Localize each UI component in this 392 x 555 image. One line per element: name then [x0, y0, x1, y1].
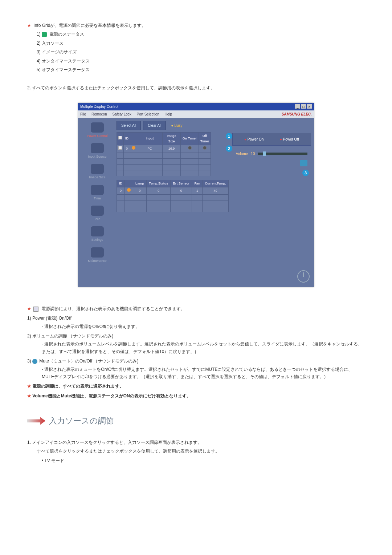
table-row-area: ID Input Image Size On Timer Off Timer 0… [117, 132, 229, 212]
maximize-icon[interactable]: □ [301, 104, 306, 109]
col2-fan: Fan [192, 180, 203, 187]
sidebar-item-power-control[interactable]: Power Control [81, 121, 114, 140]
item-3-title: Mute（ミュート）のOn/Off （サウンドモデルのみ) [39, 358, 138, 364]
star-icon: ★ [27, 384, 31, 389]
callout-1: 1 [226, 133, 232, 139]
note-2: ★ Volume機能とMute機能は、電源ステータスがONの表示にだけ有効となり… [27, 392, 365, 400]
menu-remocon[interactable]: Remocon [91, 112, 107, 116]
info-grid-intro: ★ Info Gridが、電源の調節に必要な基本情報を表示します。 [27, 22, 365, 29]
sidebar-label: Time [81, 196, 114, 201]
cell2-fan: 1 [192, 187, 203, 194]
sec2-step1-line2: すべて選択をクリックするまたはチェックボックスを使用して、調節用の表示を選択しま… [27, 447, 365, 455]
callout-2: 2 [226, 145, 232, 152]
item-3-body: - 選択された表示のミュートをOn/Offに切り替えます。選択されたセットが、す… [27, 366, 365, 381]
star-icon: ★ [27, 305, 32, 312]
item-1-title: Power (電源) On/Off [32, 316, 72, 321]
after-img-note: ★ 電源調節により、選択された表示のある機能を調節することができます。 [27, 305, 365, 312]
intro-item-3: 3) イメージのサイズ [27, 48, 365, 56]
checkbox-icon [33, 307, 38, 312]
step-2-text: すべてのボタンを選択するまたはチェックボックスを使用して、調節用の表示を選択しま… [32, 85, 215, 90]
status-on-icon [132, 146, 135, 150]
intro-item-5: 5) オフタイマーステータス [27, 66, 365, 73]
intro-item-label: イメージのサイズ [42, 49, 77, 54]
section-input-source: 入力ソースの調節 [27, 414, 365, 428]
col-on-timer: On Timer [181, 132, 199, 145]
power-icon[interactable] [297, 270, 310, 283]
speaker-icon [32, 359, 37, 364]
power-on-button[interactable]: Power On [244, 136, 264, 142]
minimize-icon[interactable]: _ [295, 104, 300, 109]
item-2: 2) ボリュームの調節 （サウンドモデルのみ) [27, 332, 365, 340]
col2-temp: Temp.Status [147, 180, 171, 187]
sidebar-item-maintenance[interactable]: Maintenance [81, 246, 114, 265]
intro-item-label: 入力ソース [42, 41, 64, 46]
cell2-lamp: 0 [133, 187, 147, 194]
col-input: Input [137, 132, 163, 145]
volume-row: Volume 10 [232, 149, 311, 158]
sidebar-item-image-size[interactable]: Image Size [81, 162, 114, 182]
menu-file[interactable]: File [80, 112, 86, 116]
select-all-button[interactable]: Select All [117, 121, 141, 130]
status-table: ID Lamp Temp.Status Brt.Sensor Fan Curre… [117, 180, 229, 212]
arrow-icon [27, 416, 45, 426]
busy-indicator: Busy [171, 122, 182, 129]
sidebar-label: Input Source [81, 154, 114, 159]
sidebar-item-settings[interactable]: Settings [81, 225, 114, 244]
note-1: ★ 電源の調節は、すべての表示に適応されます。 [27, 382, 365, 390]
menu-port-selection[interactable]: Port Selection [137, 112, 159, 116]
intro-text: Info Gridが、電源の調節に必要な基本情報を表示します。 [33, 23, 146, 28]
menu-help[interactable]: Help [165, 112, 172, 116]
col-image-size: Image Size [163, 132, 181, 145]
sec2-bullet-text: TV モード [44, 458, 64, 463]
sidebar-label: PIP [81, 216, 114, 222]
sidebar-label: Maintenance [81, 258, 114, 264]
sidebar-item-input-source[interactable]: Input Source [81, 142, 114, 161]
col-status [130, 132, 137, 145]
section-title-text: 入力ソースの調節 [49, 414, 114, 428]
item-2-body: - 選択された表示のボリュームレベルを調節します。選択された表示のボリュームレベ… [27, 340, 365, 355]
col2-brt: Brt.Sensor [171, 180, 192, 187]
col-id: ID [124, 132, 130, 145]
close-icon[interactable]: × [307, 104, 312, 109]
timer-off-icon [188, 146, 192, 150]
volume-label: Volume [236, 151, 248, 157]
cell2-id: 0 [117, 187, 125, 194]
sec2-bullet: • TV モード [27, 457, 365, 464]
item-3: 3) Mute（ミュート）のOn/Off （サウンドモデルのみ) [27, 357, 365, 365]
callout-3: 3 [302, 170, 309, 176]
sidebar-label: Image Size [81, 175, 114, 180]
mute-icon[interactable] [300, 160, 307, 166]
display-table: ID Input Image Size On Timer Off Timer 0… [117, 132, 211, 176]
status-dot-icon [42, 32, 47, 37]
row-check[interactable] [118, 146, 122, 150]
intro-item-4: 4) オンタイマーステータス [27, 57, 365, 65]
sidebar-label: Settings [81, 237, 114, 243]
power-box: Power On Power Off [232, 133, 311, 146]
sidebar-label: Power Control [81, 133, 114, 139]
sidebar-item-time[interactable]: Time [81, 183, 114, 203]
volume-slider[interactable] [258, 153, 307, 155]
check-all[interactable] [118, 136, 122, 139]
clear-all-button[interactable]: Clear All [143, 121, 166, 130]
sidebar-item-pip[interactable]: PIP [81, 204, 114, 223]
cell2-ct: 49 [203, 187, 228, 194]
intro-item-label: 電源のステータス [49, 32, 84, 37]
sec2-step1-line1: メインアイコンの入力ソースをクリックすると、入力ソース調節画面が表示されます。 [32, 440, 202, 445]
after-img-text: 電源調節により、選択された表示のある機能を調節することができます。 [41, 306, 185, 311]
menubar: File Remocon Safety Lock Port Selection … [78, 110, 314, 118]
note-1-text: 電源の調節は、すべての表示に適応されます。 [32, 384, 124, 389]
item-3-text: 選択された表示のミュートをOn/Offに切り替えます。選択されたセットが、すでに… [42, 367, 352, 379]
power-off-button[interactable]: Power Off [280, 136, 299, 142]
brand-label: SAMSUNG ELEC. [282, 111, 312, 117]
intro-item-1: 1) 電源のステータス [27, 31, 365, 38]
col2-id: ID [117, 180, 125, 187]
volume-value: 10 [251, 151, 255, 157]
cell-input: PC [137, 145, 163, 153]
intro-item-label: オンタイマーステータス [42, 58, 90, 64]
step-2: 2. すべてのボタンを選択するまたはチェックボックスを使用して、調節用の表示を選… [27, 84, 365, 92]
titlebar: Multiple Display Control _□× [78, 103, 314, 110]
star-icon: ★ [27, 393, 31, 398]
item-1: 1) Power (電源) On/Off [27, 315, 365, 322]
menu-safety-lock[interactable]: Safety Lock [113, 112, 131, 116]
cell2-brt: 0 [171, 187, 192, 194]
